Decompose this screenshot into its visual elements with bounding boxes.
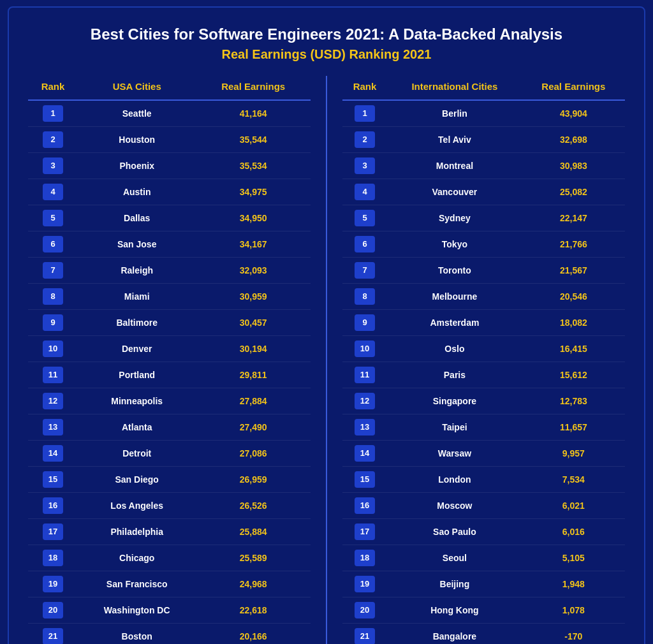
rank-badge: 12 — [43, 393, 63, 409]
rank-cell: 12 — [28, 388, 78, 414]
rank-cell: 2 — [28, 127, 78, 153]
table-row: 18 Seoul 5,105 — [342, 545, 625, 571]
rank-badge: 9 — [43, 314, 63, 331]
city-cell: Bangalore — [387, 624, 522, 645]
earnings-cell: 30,457 — [196, 310, 311, 336]
city-cell: Phoenix — [78, 153, 196, 179]
table-row: 16 Los Angeles 26,526 — [28, 493, 311, 519]
city-cell: Seattle — [78, 100, 196, 127]
city-cell: Warsaw — [387, 441, 522, 467]
table-row: 20 Hong Kong 1,078 — [342, 597, 625, 624]
table-row: 17 Sao Paulo 6,016 — [342, 519, 625, 545]
table-row: 5 Dallas 34,950 — [28, 205, 311, 231]
city-cell: San Jose — [78, 231, 196, 258]
rank-cell: 4 — [342, 179, 387, 205]
table-row: 7 Raleigh 32,093 — [28, 258, 311, 284]
table-row: 19 San Francisco 24,968 — [28, 571, 311, 597]
table-row: 15 London 7,534 — [342, 467, 625, 493]
table-divider — [326, 76, 327, 644]
earnings-cell: 22,618 — [196, 597, 311, 624]
city-cell: Tokyo — [387, 231, 522, 258]
rank-badge: 1 — [355, 105, 375, 122]
rank-cell: 20 — [342, 597, 387, 624]
earnings-cell: 25,082 — [522, 179, 625, 205]
earnings-cell: 30,959 — [196, 284, 311, 310]
table-row: 11 Paris 15,612 — [342, 362, 625, 388]
rank-cell: 20 — [28, 597, 78, 624]
rank-badge: 13 — [355, 419, 375, 435]
table-row: 3 Phoenix 35,534 — [28, 153, 311, 179]
table-row: 8 Miami 30,959 — [28, 284, 311, 310]
page-title: Best Cities for Software Engineers 2021:… — [28, 26, 625, 43]
rank-cell: 14 — [342, 441, 387, 467]
earnings-cell: 11,657 — [522, 414, 625, 441]
rank-badge: 18 — [43, 550, 63, 566]
rank-cell: 5 — [28, 205, 78, 231]
rank-cell: 19 — [28, 571, 78, 597]
rank-cell: 18 — [28, 545, 78, 571]
rank-badge: 17 — [355, 523, 375, 540]
table-row: 17 Philadelphia 25,884 — [28, 519, 311, 545]
table-row: 5 Sydney 22,147 — [342, 205, 625, 231]
rank-badge: 6 — [43, 236, 63, 252]
rank-cell: 13 — [342, 414, 387, 441]
usa-rank-header: Rank — [28, 76, 78, 100]
rank-cell: 9 — [28, 310, 78, 336]
table-row: 20 Washington DC 22,618 — [28, 597, 311, 624]
table-row: 1 Berlin 43,904 — [342, 100, 625, 127]
table-row: 21 Boston 20,166 — [28, 624, 311, 645]
earnings-cell: 29,811 — [196, 362, 311, 388]
rank-badge: 19 — [43, 576, 63, 592]
table-row: 9 Baltimore 30,457 — [28, 310, 311, 336]
earnings-cell: 12,783 — [522, 388, 625, 414]
earnings-cell: 32,698 — [522, 127, 625, 153]
rank-badge: 21 — [43, 628, 63, 644]
usa-cities-header: USA Cities — [78, 76, 196, 100]
rank-badge: 16 — [43, 497, 63, 514]
earnings-cell: 18,082 — [522, 310, 625, 336]
rank-cell: 1 — [342, 100, 387, 127]
earnings-cell: 27,490 — [196, 414, 311, 441]
rank-badge: 7 — [43, 262, 63, 279]
earnings-cell: 35,544 — [196, 127, 311, 153]
table-row: 14 Warsaw 9,957 — [342, 441, 625, 467]
rank-badge: 9 — [355, 314, 375, 331]
rank-badge: 2 — [355, 131, 375, 148]
rank-badge: 17 — [43, 523, 63, 540]
table-row: 13 Taipei 11,657 — [342, 414, 625, 441]
city-cell: Philadelphia — [78, 519, 196, 545]
table-row: 12 Singapore 12,783 — [342, 388, 625, 414]
earnings-cell: 34,167 — [196, 231, 311, 258]
earnings-cell: -170 — [522, 624, 625, 645]
intl-earnings-header: Real Earnings — [522, 76, 625, 100]
city-cell: Taipei — [387, 414, 522, 441]
earnings-cell: 6,016 — [522, 519, 625, 545]
table-row: 18 Chicago 25,589 — [28, 545, 311, 571]
rank-badge: 18 — [355, 550, 375, 566]
earnings-cell: 27,086 — [196, 441, 311, 467]
city-cell: Portland — [78, 362, 196, 388]
rank-badge: 19 — [355, 576, 375, 592]
earnings-cell: 7,534 — [522, 467, 625, 493]
rank-cell: 5 — [342, 205, 387, 231]
rank-badge: 15 — [355, 471, 375, 488]
rank-badge: 4 — [355, 184, 375, 200]
rank-badge: 1 — [43, 105, 63, 122]
intl-table-section: Rank International Cities Real Earnings … — [342, 76, 625, 644]
table-row: 10 Oslo 16,415 — [342, 336, 625, 362]
table-row: 2 Tel Aviv 32,698 — [342, 127, 625, 153]
earnings-cell: 15,612 — [522, 362, 625, 388]
table-row: 15 San Diego 26,959 — [28, 467, 311, 493]
city-cell: Sydney — [387, 205, 522, 231]
rank-badge: 11 — [43, 367, 63, 383]
earnings-cell: 26,959 — [196, 467, 311, 493]
rank-badge: 5 — [43, 210, 63, 226]
city-cell: Berlin — [387, 100, 522, 127]
earnings-cell: 20,546 — [522, 284, 625, 310]
rank-badge: 3 — [355, 157, 375, 174]
earnings-cell: 25,884 — [196, 519, 311, 545]
earnings-cell: 30,194 — [196, 336, 311, 362]
earnings-cell: 41,164 — [196, 100, 311, 127]
rank-cell: 11 — [342, 362, 387, 388]
earnings-cell: 26,526 — [196, 493, 311, 519]
